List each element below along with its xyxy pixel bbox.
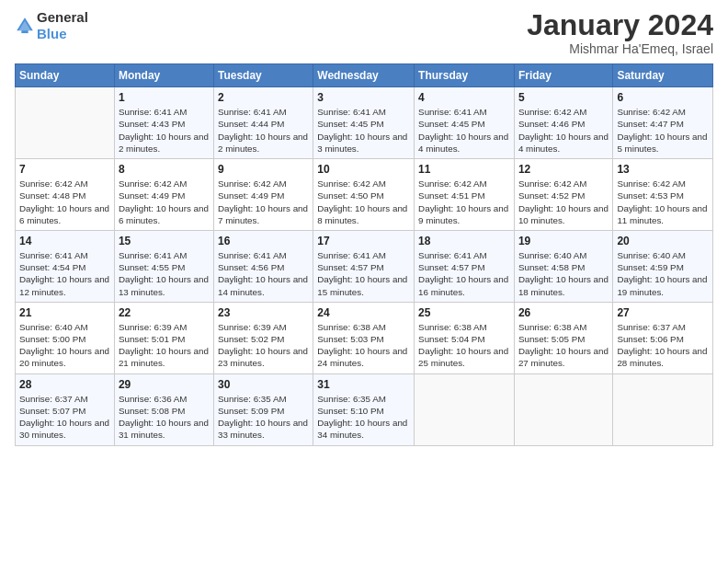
day-number: 28 (19, 378, 110, 391)
day-cell: 29Sunrise: 6:36 AMSunset: 5:08 PMDayligh… (114, 373, 213, 445)
day-info: Sunrise: 6:42 AMSunset: 4:49 PMDaylight:… (218, 178, 309, 226)
day-info: Sunrise: 6:42 AMSunset: 4:46 PMDaylight:… (518, 106, 609, 155)
day-info: Sunrise: 6:41 AMSunset: 4:54 PMDaylight:… (19, 249, 110, 298)
day-info: Sunrise: 6:42 AMSunset: 4:53 PMDaylight:… (617, 178, 709, 226)
day-number: 16 (218, 235, 309, 247)
day-cell: 11Sunrise: 6:42 AMSunset: 4:51 PMDayligh… (415, 159, 515, 231)
day-cell: 16Sunrise: 6:41 AMSunset: 4:56 PMDayligh… (213, 230, 313, 302)
day-info: Sunrise: 6:42 AMSunset: 4:50 PMDaylight:… (317, 178, 410, 226)
day-number: 22 (119, 306, 210, 319)
col-header-monday: Monday (114, 64, 213, 87)
day-cell: 28Sunrise: 6:37 AMSunset: 5:07 PMDayligh… (16, 373, 115, 445)
day-cell: 21Sunrise: 6:40 AMSunset: 5:00 PMDayligh… (16, 302, 115, 373)
day-cell: 19Sunrise: 6:40 AMSunset: 4:58 PMDayligh… (514, 230, 612, 302)
day-info: Sunrise: 6:42 AMSunset: 4:48 PMDaylight:… (19, 178, 110, 226)
day-number: 23 (218, 306, 309, 319)
day-number: 21 (19, 306, 110, 319)
day-info: Sunrise: 6:38 AMSunset: 5:03 PMDaylight:… (317, 321, 410, 370)
week-row-2: 7Sunrise: 6:42 AMSunset: 4:48 PMDaylight… (16, 159, 713, 231)
day-cell: 12Sunrise: 6:42 AMSunset: 4:52 PMDayligh… (514, 159, 612, 231)
day-info: Sunrise: 6:42 AMSunset: 4:49 PMDaylight:… (119, 178, 210, 226)
day-info: Sunrise: 6:40 AMSunset: 5:00 PMDaylight:… (19, 321, 110, 370)
day-cell: 15Sunrise: 6:41 AMSunset: 4:55 PMDayligh… (114, 230, 213, 302)
day-number: 29 (119, 378, 210, 391)
day-cell: 8Sunrise: 6:42 AMSunset: 4:49 PMDaylight… (114, 159, 213, 231)
col-header-friday: Friday (514, 64, 612, 87)
day-info: Sunrise: 6:35 AMSunset: 5:10 PMDaylight:… (317, 393, 410, 442)
day-info: Sunrise: 6:41 AMSunset: 4:43 PMDaylight:… (119, 106, 210, 155)
day-number: 13 (617, 163, 709, 176)
day-cell: 23Sunrise: 6:39 AMSunset: 5:02 PMDayligh… (213, 302, 313, 373)
day-info: Sunrise: 6:39 AMSunset: 5:02 PMDaylight:… (218, 321, 309, 370)
day-info: Sunrise: 6:38 AMSunset: 5:04 PMDaylight:… (418, 321, 510, 370)
day-number: 26 (518, 306, 609, 319)
day-number: 20 (617, 235, 709, 247)
day-number: 30 (218, 378, 309, 391)
day-info: Sunrise: 6:41 AMSunset: 4:57 PMDaylight:… (418, 249, 510, 298)
day-info: Sunrise: 6:42 AMSunset: 4:51 PMDaylight:… (418, 178, 510, 226)
day-number: 27 (617, 306, 709, 319)
day-number: 7 (19, 163, 110, 176)
day-number: 2 (218, 91, 309, 104)
col-header-wednesday: Wednesday (313, 64, 415, 87)
week-row-3: 14Sunrise: 6:41 AMSunset: 4:54 PMDayligh… (16, 230, 713, 302)
col-header-thursday: Thursday (415, 64, 515, 87)
day-number: 10 (317, 163, 410, 176)
day-info: Sunrise: 6:36 AMSunset: 5:08 PMDaylight:… (119, 393, 210, 442)
day-cell: 1Sunrise: 6:41 AMSunset: 4:43 PMDaylight… (114, 87, 213, 159)
header-area: General Blue January 2024 Mishmar Ha'Eme… (15, 9, 713, 56)
day-cell: 10Sunrise: 6:42 AMSunset: 4:50 PMDayligh… (313, 159, 415, 231)
logo-blue: Blue (37, 26, 67, 41)
day-info: Sunrise: 6:37 AMSunset: 5:07 PMDaylight:… (19, 393, 110, 442)
day-number: 31 (317, 378, 410, 391)
day-number: 25 (418, 306, 510, 319)
logo-general: General (37, 9, 88, 25)
day-cell: 2Sunrise: 6:41 AMSunset: 4:44 PMDaylight… (213, 87, 313, 159)
day-cell: 13Sunrise: 6:42 AMSunset: 4:53 PMDayligh… (613, 159, 713, 231)
day-info: Sunrise: 6:37 AMSunset: 5:06 PMDaylight:… (617, 321, 709, 370)
day-number: 15 (119, 235, 210, 247)
day-cell (16, 87, 115, 159)
day-number: 14 (19, 235, 110, 247)
day-info: Sunrise: 6:42 AMSunset: 4:52 PMDaylight:… (518, 178, 609, 226)
day-info: Sunrise: 6:41 AMSunset: 4:45 PMDaylight:… (418, 106, 510, 155)
day-cell: 18Sunrise: 6:41 AMSunset: 4:57 PMDayligh… (415, 230, 515, 302)
day-cell: 6Sunrise: 6:42 AMSunset: 4:47 PMDaylight… (613, 87, 713, 159)
day-number: 12 (518, 163, 609, 176)
day-cell: 30Sunrise: 6:35 AMSunset: 5:09 PMDayligh… (213, 373, 313, 445)
day-info: Sunrise: 6:41 AMSunset: 4:56 PMDaylight:… (218, 249, 309, 298)
day-info: Sunrise: 6:40 AMSunset: 4:59 PMDaylight:… (617, 249, 709, 298)
day-number: 3 (317, 91, 410, 104)
day-number: 24 (317, 306, 410, 319)
day-cell (415, 373, 515, 445)
header-row: SundayMondayTuesdayWednesdayThursdayFrid… (16, 64, 713, 87)
title-area: January 2024 Mishmar Ha'Emeq, Israel (527, 9, 713, 56)
day-cell (514, 373, 612, 445)
day-number: 4 (418, 91, 510, 104)
calendar-table: SundayMondayTuesdayWednesdayThursdayFrid… (15, 63, 713, 445)
day-number: 17 (317, 235, 410, 247)
week-row-5: 28Sunrise: 6:37 AMSunset: 5:07 PMDayligh… (16, 373, 713, 445)
day-cell: 24Sunrise: 6:38 AMSunset: 5:03 PMDayligh… (313, 302, 415, 373)
day-number: 19 (518, 235, 609, 247)
calendar-title: January 2024 (527, 9, 713, 41)
day-cell: 26Sunrise: 6:38 AMSunset: 5:05 PMDayligh… (514, 302, 612, 373)
day-cell: 20Sunrise: 6:40 AMSunset: 4:59 PMDayligh… (613, 230, 713, 302)
day-number: 5 (518, 91, 609, 104)
logo-icon (15, 16, 35, 36)
day-cell: 27Sunrise: 6:37 AMSunset: 5:06 PMDayligh… (613, 302, 713, 373)
week-row-1: 1Sunrise: 6:41 AMSunset: 4:43 PMDaylight… (16, 87, 713, 159)
day-cell: 3Sunrise: 6:41 AMSunset: 4:45 PMDaylight… (313, 87, 415, 159)
calendar-subtitle: Mishmar Ha'Emeq, Israel (527, 41, 713, 56)
day-number: 18 (418, 235, 510, 247)
day-number: 1 (119, 91, 210, 104)
day-info: Sunrise: 6:41 AMSunset: 4:57 PMDaylight:… (317, 249, 410, 298)
day-cell: 25Sunrise: 6:38 AMSunset: 5:04 PMDayligh… (415, 302, 515, 373)
day-cell: 31Sunrise: 6:35 AMSunset: 5:10 PMDayligh… (313, 373, 415, 445)
logo: General Blue (15, 9, 88, 42)
day-cell: 22Sunrise: 6:39 AMSunset: 5:01 PMDayligh… (114, 302, 213, 373)
day-number: 8 (119, 163, 210, 176)
day-info: Sunrise: 6:39 AMSunset: 5:01 PMDaylight:… (119, 321, 210, 370)
day-info: Sunrise: 6:41 AMSunset: 4:45 PMDaylight:… (317, 106, 410, 155)
day-cell: 5Sunrise: 6:42 AMSunset: 4:46 PMDaylight… (514, 87, 612, 159)
